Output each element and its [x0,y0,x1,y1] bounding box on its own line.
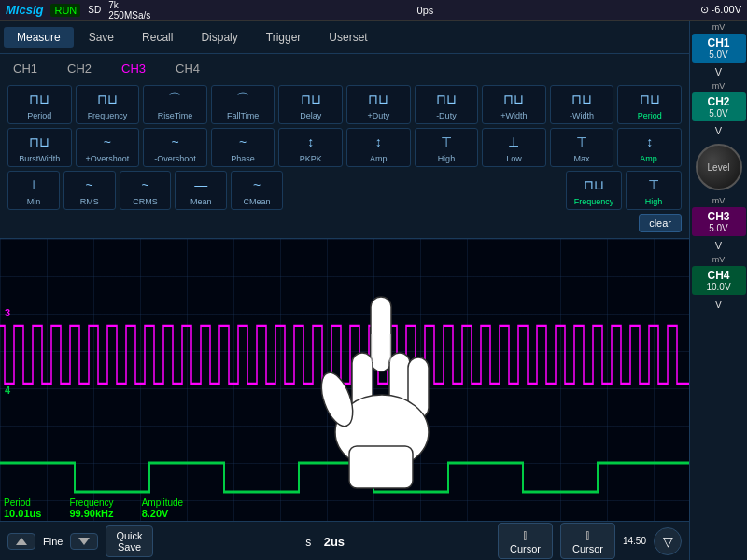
ch4-channel[interactable]: CH4 10.0V [692,266,746,295]
ch3-selector[interactable]: CH3 [116,60,151,77]
tab-save[interactable]: Save [76,27,127,48]
min-label: Min [27,198,41,206]
tab-recall[interactable]: Recall [129,27,186,48]
frequency-label: Frequency [88,112,128,120]
period-meas-label: Period [4,497,41,508]
quick-save-button[interactable]: Quick Save [106,525,152,557]
measure-minus-duty[interactable]: ⊓⊔ -Duty [415,85,479,124]
measure-period-2[interactable]: ⊓⊔ Period [617,85,682,124]
measure-frequency-highlight[interactable]: ⊓⊔ Frequency [566,171,622,210]
ch1-channel[interactable]: CH1 5.0V [692,34,746,63]
measure-plus-overshoot[interactable]: ~ +Overshoot [76,128,140,167]
low-icon: ⊥ [508,132,519,152]
expand-button[interactable]: ▽ [654,527,682,555]
ch2-name: CH2 [707,95,729,108]
v-label-1: V [690,64,747,79]
phase-icon: ~ [239,132,247,152]
crms-label: CRMS [133,198,158,206]
measure-panel: CH1 CH2 CH3 CH4 ⊓⊔ Period ⊓⊔ Freque [0,54,689,239]
rms-label: RMS [80,198,99,206]
measure-amp[interactable]: ↕ Amp [346,128,411,167]
ch2-selector[interactable]: CH2 [62,60,97,77]
phase-label: Phase [231,155,255,163]
measure-period[interactable]: ⊓⊔ Period [7,85,72,124]
plus-duty-label: +Duty [367,112,389,120]
measure-cmean[interactable]: ~ CMean [231,171,283,210]
measure-max[interactable]: ⊤ Max [550,128,614,167]
measure-plus-width[interactable]: ⊓⊔ +Width [482,85,546,124]
measure-mean[interactable]: — Mean [175,171,227,210]
measure-plus-duty[interactable]: ⊓⊔ +Duty [346,85,411,124]
amp-meas-value: 8.20V [142,508,183,519]
period-2-label: Period [638,112,662,120]
measure-burstwidth[interactable]: ⊓⊔ BurstWidth [7,128,72,167]
scope-display: 3 4 Period 10.01us Frequency 99.90kHz Am… [0,239,689,521]
ch3-waveform [0,326,689,384]
up-arrow-icon [16,538,27,545]
measure-high-highlight[interactable]: ⊤ High [626,171,682,210]
level-label: Level [708,162,730,173]
period-measurement: Period 10.01us [4,497,41,519]
tab-measure[interactable]: Measure [4,27,74,48]
ch4-selector[interactable]: CH4 [170,60,205,77]
measure-phase[interactable]: ~ Phase [211,128,275,167]
cursor2-button[interactable]: ⫿ Cursor [560,523,615,559]
minus-overshoot-icon: ~ [171,132,178,152]
measure-minus-overshoot[interactable]: ~ -Overshoot [143,128,207,167]
min-icon: ⊥ [28,175,39,195]
measure-delay[interactable]: ⊓⊔ Delay [278,85,343,124]
plus-overshoot-label: +Overshoot [86,155,130,163]
time-position: 0ps [158,5,692,16]
cursor1-button[interactable]: ⫿ Cursor [498,523,553,559]
measure-pkpk[interactable]: ↕ PKPK [278,128,343,167]
freq-meas-value: 99.90kHz [69,508,113,519]
timebase-display: s 2us [161,533,490,550]
mean-label: Mean [190,198,212,206]
measure-row-1: ⊓⊔ Period ⊓⊔ Frequency ⌒ RiseTime ⌒ [7,85,682,124]
freq-hl-label: Frequency [574,198,614,206]
down-arrow-button[interactable] [70,533,98,550]
cmean-icon: ~ [253,175,261,195]
rms-icon: ~ [86,175,93,195]
right-channel-panel: mV CH1 5.0V V mV CH2 5.0V V Level mV CH3… [689,21,747,560]
mv-label-2: mV [712,81,726,91]
ch2-scale: 5.0V [709,108,728,119]
max-label: Max [574,155,590,163]
cursor2-label: Cursor [572,543,603,554]
clock-display: 14:50 [623,536,646,546]
measure-frequency[interactable]: ⊓⊔ Frequency [76,85,140,124]
up-arrow-button[interactable] [7,533,35,550]
clear-button[interactable]: clear [639,214,682,232]
measure-low[interactable]: ⊥ Low [482,128,546,167]
ch3-channel[interactable]: CH3 5.0V [692,207,746,236]
measure-row-3: ⊥ Min ~ RMS ~ CRMS [7,171,562,210]
measure-crms[interactable]: ~ CRMS [120,171,172,210]
falltime-label: FallTime [227,112,259,120]
ch2-channel[interactable]: CH2 5.0V [692,92,746,121]
measure-falltime[interactable]: ⌒ FallTime [211,85,275,124]
measure-row-2: ⊓⊔ BurstWidth ~ +Overshoot ~ -Overshoot [7,128,682,167]
ch4-waveform [0,463,689,492]
measure-rms[interactable]: ~ RMS [63,171,116,210]
freq-meas-label: Frequency [69,497,113,508]
tab-trigger[interactable]: Trigger [253,27,315,48]
measure-min[interactable]: ⊥ Min [7,171,60,210]
measure-high[interactable]: ⊤ High [415,128,479,167]
falltime-icon: ⌒ [236,89,249,109]
measure-minus-width[interactable]: ⊓⊔ -Width [550,85,614,124]
tab-display[interactable]: Dispaly [188,27,250,48]
amp-icon: ↕ [375,132,382,152]
freq-hl-icon: ⊓⊔ [584,175,604,195]
run-status: RUN [50,4,80,17]
measure-amp-2[interactable]: ↕ Amp. [617,128,682,167]
plus-width-icon: ⊓⊔ [503,89,524,109]
left-panel: Measure Save Recall Dispaly Trigger User… [0,21,689,560]
burstwidth-label: BurstWidth [19,155,60,163]
ch1-selector[interactable]: CH1 [7,60,43,77]
measure-risetime[interactable]: ⌒ RiseTime [143,85,207,124]
level-knob[interactable]: Level [696,144,742,190]
amp-label: Amp [370,155,388,163]
high-label: High [438,155,456,163]
plus-duty-icon: ⊓⊔ [368,89,388,109]
tab-userset[interactable]: Userset [316,27,380,48]
